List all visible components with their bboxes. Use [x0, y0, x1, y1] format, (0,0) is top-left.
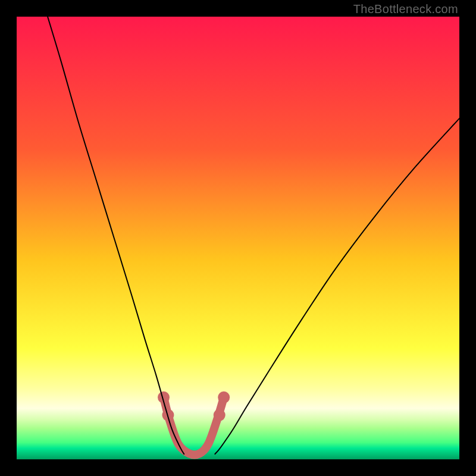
- hump-marker: [214, 409, 226, 421]
- left-curve-line: [48, 17, 184, 454]
- bottom-hump-line: [164, 397, 224, 455]
- right-curve-line: [215, 118, 459, 454]
- chart-svg: [17, 17, 459, 459]
- watermark-text: TheBottleneck.com: [353, 2, 458, 16]
- hump-marker: [218, 392, 230, 403]
